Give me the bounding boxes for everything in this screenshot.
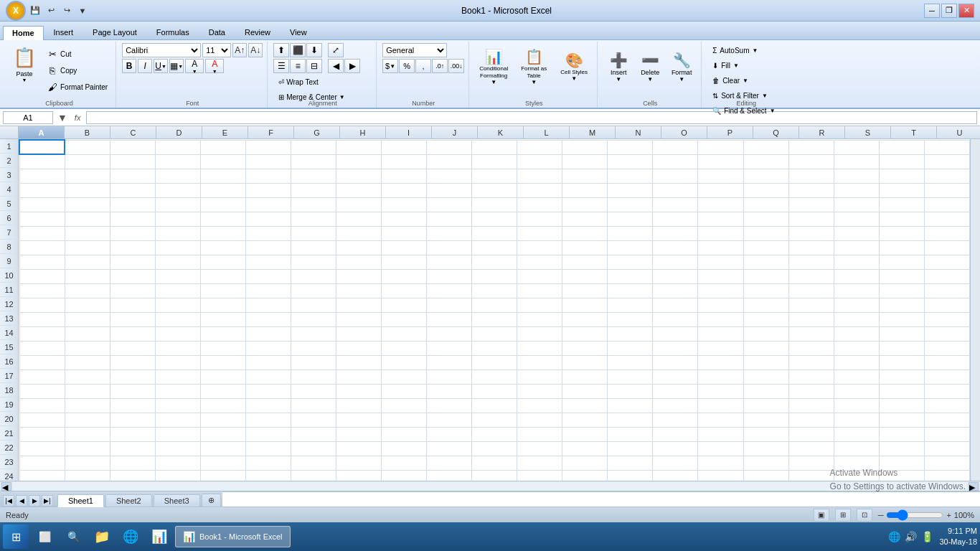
cell-N16[interactable] [608, 355, 653, 369]
cell-A8[interactable] [19, 240, 65, 255]
cell-M18[interactable] [562, 384, 608, 398]
page-layout-view-btn[interactable]: ⊞ [835, 509, 851, 522]
currency-btn[interactable]: $▼ [382, 59, 398, 73]
cell-C7[interactable] [110, 226, 155, 240]
cell-D4[interactable] [155, 183, 200, 197]
cell-S2[interactable] [834, 154, 879, 169]
cell-G1[interactable] [291, 140, 336, 154]
cell-K4[interactable] [472, 183, 517, 197]
cell-R6[interactable] [788, 212, 834, 226]
cell-A17[interactable] [19, 369, 65, 384]
cell-F10[interactable] [245, 269, 291, 283]
col-header-C[interactable]: C [110, 126, 156, 138]
cell-N5[interactable] [608, 197, 653, 212]
cell-B21[interactable] [65, 427, 110, 441]
cell-T14[interactable] [879, 326, 924, 341]
cell-R10[interactable] [788, 269, 834, 283]
cell-P2[interactable] [698, 154, 743, 169]
cell-L8[interactable] [517, 240, 562, 255]
cell-D12[interactable] [155, 298, 200, 312]
scroll-right-btn[interactable]: ▶ [969, 482, 979, 491]
cell-G16[interactable] [291, 355, 336, 369]
excel-taskbar-item[interactable]: 📊 Book1 - Microsoft Excel [175, 526, 291, 547]
cell-B23[interactable] [65, 456, 110, 470]
col-header-K[interactable]: K [478, 126, 524, 138]
copy-button[interactable]: ⎘ Copy [43, 62, 111, 78]
cell-Q12[interactable] [743, 298, 788, 312]
cell-D24[interactable] [155, 470, 200, 481]
cell-F2[interactable] [245, 154, 291, 169]
cell-J7[interactable] [427, 226, 472, 240]
cell-C6[interactable] [110, 212, 155, 226]
orientation-btn[interactable]: ⤢ [328, 43, 344, 57]
cell-N15[interactable] [608, 341, 653, 355]
cell-A16[interactable] [19, 355, 65, 369]
cell-M15[interactable] [562, 341, 608, 355]
cell-H8[interactable] [336, 240, 381, 255]
cell-E2[interactable] [200, 154, 245, 169]
cell-H9[interactable] [336, 255, 381, 269]
cell-B1[interactable] [65, 140, 110, 154]
cell-B19[interactable] [65, 398, 110, 413]
cell-A3[interactable] [19, 169, 65, 183]
cell-I23[interactable] [382, 456, 427, 470]
cell-Q6[interactable] [743, 212, 788, 226]
cell-F18[interactable] [245, 384, 291, 398]
cell-G9[interactable] [291, 255, 336, 269]
cell-B22[interactable] [65, 441, 110, 456]
cell-K6[interactable] [472, 212, 517, 226]
cell-G18[interactable] [291, 384, 336, 398]
cell-T2[interactable] [879, 154, 924, 169]
cell-G7[interactable] [291, 226, 336, 240]
cell-B7[interactable] [65, 226, 110, 240]
cell-Q10[interactable] [743, 269, 788, 283]
cell-K5[interactable] [472, 197, 517, 212]
cell-T20[interactable] [879, 413, 924, 427]
cell-Q22[interactable] [743, 441, 788, 456]
cell-Q7[interactable] [743, 226, 788, 240]
col-header-R[interactable]: R [799, 126, 845, 138]
cell-B2[interactable] [65, 154, 110, 169]
font-color-btn[interactable]: A ▼ [205, 59, 224, 73]
normal-view-btn[interactable]: ▣ [814, 509, 829, 522]
cell-K3[interactable] [472, 169, 517, 183]
decrease-font-size-btn[interactable]: A↓ [248, 43, 263, 57]
cell-U9[interactable] [924, 255, 969, 269]
cell-T15[interactable] [879, 341, 924, 355]
tab-home[interactable]: Home [3, 26, 44, 40]
row-num-12[interactable]: 12 [0, 297, 18, 311]
conditional-formatting-btn[interactable]: 📊 Conditional Formatting ▼ [475, 43, 512, 90]
comma-btn[interactable]: , [415, 59, 431, 73]
cell-A24[interactable] [19, 470, 65, 481]
cell-P18[interactable] [698, 384, 743, 398]
cell-A2[interactable] [19, 154, 65, 169]
cell-H18[interactable] [336, 384, 381, 398]
cell-N22[interactable] [608, 441, 653, 456]
format-cells-btn[interactable]: 🔧 Format ▼ [666, 43, 697, 90]
cell-C24[interactable] [110, 470, 155, 481]
cell-Q4[interactable] [743, 183, 788, 197]
cell-I16[interactable] [382, 355, 427, 369]
cell-N2[interactable] [608, 154, 653, 169]
cell-D2[interactable] [155, 154, 200, 169]
cell-F11[interactable] [245, 283, 291, 298]
cell-B16[interactable] [65, 355, 110, 369]
cell-T4[interactable] [879, 183, 924, 197]
cell-C18[interactable] [110, 384, 155, 398]
page-break-view-btn[interactable]: ⊡ [857, 509, 872, 522]
cell-K24[interactable] [472, 470, 517, 481]
network-icon[interactable]: 🌐 [888, 531, 900, 542]
cell-L1[interactable] [517, 140, 562, 154]
cell-I12[interactable] [382, 298, 427, 312]
cell-E22[interactable] [200, 441, 245, 456]
cell-F5[interactable] [245, 197, 291, 212]
cell-Q11[interactable] [743, 283, 788, 298]
cell-F17[interactable] [245, 369, 291, 384]
cell-G4[interactable] [291, 183, 336, 197]
cell-F9[interactable] [245, 255, 291, 269]
right-align-btn[interactable]: ⊟ [306, 59, 322, 73]
cell-D20[interactable] [155, 413, 200, 427]
cell-S6[interactable] [834, 212, 879, 226]
cell-M9[interactable] [562, 255, 608, 269]
col-header-F[interactable]: F [248, 126, 294, 138]
